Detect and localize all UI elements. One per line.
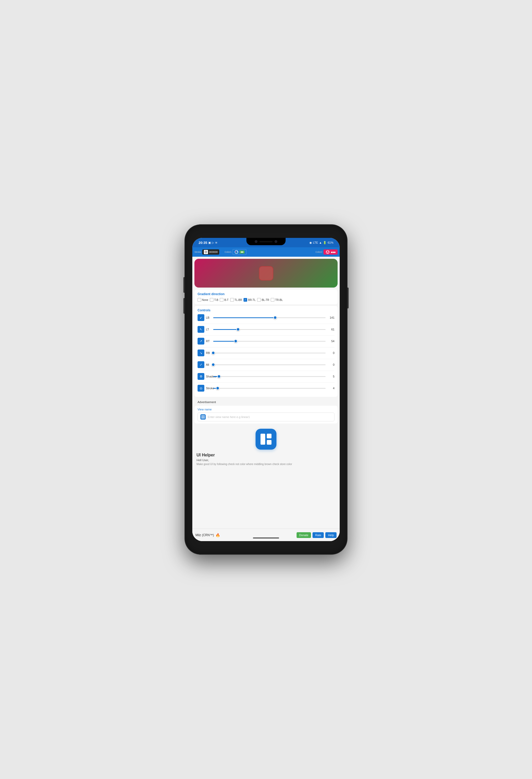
author-section: Milz (CRN™) 🔥 bbox=[195, 533, 220, 537]
author-name: Milz (CRN™) bbox=[195, 533, 214, 537]
lt-icon-button[interactable]: ↖ bbox=[198, 326, 204, 333]
color1-palette-icon bbox=[235, 250, 239, 254]
dir-trbl-checkbox[interactable] bbox=[271, 298, 274, 302]
rt-icon-button[interactable]: ↗ bbox=[198, 338, 204, 345]
status-time: 20:35 bbox=[199, 241, 207, 245]
status-left: 20:35 ▣ ▷ ≋ bbox=[197, 241, 217, 245]
dir-tlbr-checkbox[interactable] bbox=[230, 298, 234, 302]
battery-icon: 🔋 bbox=[323, 241, 327, 244]
lb-icon: ↙ bbox=[200, 316, 202, 319]
stroke-value: 000000 bbox=[209, 251, 218, 253]
rt-label: RT bbox=[206, 340, 212, 343]
stroke-pill[interactable]: 000000 bbox=[202, 249, 219, 255]
shadow-icon-button[interactable]: ⚙ bbox=[198, 373, 204, 380]
rate-button[interactable]: Rate bbox=[313, 532, 324, 538]
view-name-input-placeholder[interactable]: Enter view name here e.g linear1 bbox=[208, 415, 250, 419]
stroke-section: Stroke 000000 bbox=[194, 249, 219, 255]
lt-slider-thumb[interactable] bbox=[236, 327, 240, 331]
lb-icon-button[interactable]: ↙ bbox=[198, 314, 204, 321]
notification-icon: ▣ bbox=[208, 241, 211, 244]
status-right: ◉ LTE ▲ 🔋 61% bbox=[309, 241, 335, 244]
shadow-slider-track[interactable] bbox=[213, 376, 326, 377]
svg-rect-12 bbox=[201, 415, 203, 417]
gradient-direction-row: None T-B B-T TL-BR bbox=[198, 298, 334, 302]
app-greeting: Hell User, bbox=[197, 459, 335, 462]
rt-slider-thumb[interactable] bbox=[234, 339, 238, 343]
color2-value: ■■■ bbox=[331, 251, 335, 253]
rb-icon-button[interactable]: ↘ bbox=[198, 350, 204, 356]
slider-shadow-row: ⚙ Shadow 5 bbox=[198, 373, 334, 380]
stroke-label: Stroke bbox=[194, 251, 201, 253]
svg-point-2 bbox=[206, 251, 207, 252]
donate-button[interactable]: Donate bbox=[296, 532, 311, 538]
front-camera bbox=[255, 240, 257, 243]
sensor bbox=[275, 240, 277, 243]
advertisement-label: Advertisement bbox=[198, 401, 216, 404]
dir-none-label: None bbox=[202, 299, 208, 301]
gradient-preview bbox=[194, 259, 338, 288]
advertisement-label-container: Advertisement bbox=[192, 399, 340, 405]
nfc-icon: ≋ bbox=[215, 241, 217, 244]
rt-slider-track[interactable] bbox=[213, 341, 326, 342]
svg-rect-15 bbox=[203, 417, 205, 419]
controls-section: Controls ↙ LB 141 bbox=[194, 306, 338, 397]
lb-value: 141 bbox=[327, 316, 334, 319]
controls-title: Controls bbox=[198, 308, 334, 312]
all-icon-button[interactable]: ⤢ bbox=[198, 361, 204, 368]
dir-tb[interactable]: T-B bbox=[210, 298, 218, 302]
dir-bt-checkbox[interactable] bbox=[220, 298, 223, 302]
slider-rt-row: ↗ RT 54 bbox=[198, 338, 334, 345]
all-slider-thumb[interactable] bbox=[211, 363, 215, 366]
phone-shell: 20:35 ▣ ▷ ≋ ◉ LTE ▲ 🔋 61% Stroke bbox=[185, 225, 347, 554]
stroke-slider-thumb[interactable] bbox=[216, 386, 219, 390]
dir-bltr[interactable]: BL-TR bbox=[257, 298, 269, 302]
rt-slider-fill bbox=[213, 341, 236, 342]
svg-point-10 bbox=[328, 251, 329, 252]
stroke-slider-value: 4 bbox=[327, 386, 334, 390]
bottom-spacer bbox=[192, 468, 340, 483]
dir-bt[interactable]: B-T bbox=[220, 298, 228, 302]
rb-slider-thumb[interactable] bbox=[211, 351, 215, 355]
dir-bltr-checkbox[interactable] bbox=[257, 298, 261, 302]
signal-bars-icon: ▲ bbox=[319, 241, 322, 244]
svg-point-6 bbox=[237, 251, 238, 252]
gradient-direction-title: Gradient direction bbox=[198, 292, 334, 296]
top-bar: Stroke 000000 bbox=[192, 247, 340, 257]
dir-none[interactable]: None bbox=[198, 298, 208, 302]
dir-tlbr-label: TL-BR bbox=[235, 299, 242, 301]
help-button[interactable]: Help bbox=[325, 532, 337, 538]
wifi-icon: ◉ bbox=[309, 241, 312, 244]
dir-brtl-checkbox[interactable] bbox=[244, 298, 247, 302]
color2-pill[interactable]: ■■■ bbox=[324, 249, 338, 255]
shadow-label: Shadow bbox=[206, 375, 212, 378]
lb-slider-track[interactable] bbox=[213, 317, 326, 318]
rb-label: RB bbox=[206, 351, 212, 354]
rb-slider-track[interactable] bbox=[213, 353, 326, 353]
lb-slider-thumb[interactable] bbox=[273, 316, 277, 319]
color2-palette-icon bbox=[326, 250, 330, 254]
home-indicator bbox=[253, 537, 279, 539]
svg-rect-14 bbox=[201, 417, 203, 419]
shadow-slider-thumb[interactable] bbox=[217, 375, 221, 378]
color1-badge: ■■ bbox=[240, 250, 245, 253]
volume-down-button[interactable] bbox=[184, 298, 185, 314]
stroke-icon-button[interactable]: ◎ bbox=[198, 385, 204, 392]
lt-slider-track[interactable] bbox=[213, 329, 326, 330]
power-button[interactable] bbox=[347, 288, 348, 308]
color1-pill[interactable]: ■■ bbox=[232, 249, 247, 255]
preview-shape bbox=[259, 266, 273, 281]
slider-all-row: ⤢ All 0 bbox=[198, 361, 334, 368]
dir-trbl[interactable]: TR-BL bbox=[271, 298, 283, 302]
slider-lb-row: ↙ LB 141 bbox=[198, 314, 334, 321]
all-slider-track[interactable] bbox=[213, 364, 326, 365]
slider-stroke-row: ◎ Stroke 4 bbox=[198, 385, 334, 392]
stroke-slider-track[interactable] bbox=[213, 388, 326, 389]
dir-tb-checkbox[interactable] bbox=[210, 298, 213, 302]
grid-svg bbox=[201, 415, 205, 419]
view-name-input-row[interactable]: Enter view name here e.g linear1 bbox=[198, 413, 334, 421]
volume-up-button[interactable] bbox=[184, 277, 185, 293]
dir-none-checkbox[interactable] bbox=[198, 298, 201, 302]
dir-brtl[interactable]: BR-TL bbox=[244, 298, 256, 302]
color1-label: Color1 bbox=[224, 251, 231, 253]
dir-tlbr[interactable]: TL-BR bbox=[230, 298, 242, 302]
